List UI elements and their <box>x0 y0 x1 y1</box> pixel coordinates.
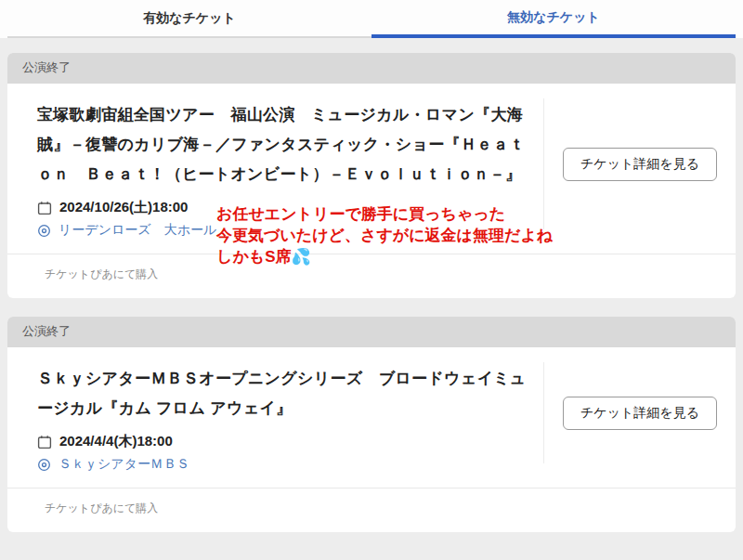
ticket-app: 有効なチケット 無効なチケット 公演終了 宝塚歌劇宙組全国ツアー 福山公演 ミュ… <box>0 0 743 560</box>
event-datetime: 2024/4/4(木)18:00 <box>59 433 173 450</box>
ticket-card: 公演終了 宝塚歌劇宙組全国ツアー 福山公演 ミュージカル・ロマン『大海賊』－復讐… <box>7 53 736 298</box>
ticket-card-body: ＳｋｙシアターＭＢＳオープニングシリーズ ブロードウェイミュージカル『カム フロ… <box>7 347 736 488</box>
status-badge: 公演終了 <box>7 317 736 347</box>
tab-valid-tickets-label: 有効なチケット <box>143 10 236 27</box>
ticket-action-column: チケット詳細を見る <box>543 98 736 229</box>
status-label: 公演終了 <box>22 60 71 74</box>
ticket-action-column: チケット詳細を見る <box>543 362 736 463</box>
ticket-detail-button[interactable]: チケット詳細を見る <box>563 397 717 430</box>
purchase-source: チケットぴあにて購入 <box>7 488 736 532</box>
status-label: 公演終了 <box>22 324 71 338</box>
event-venue-row[interactable]: リーデンローズ 大ホール <box>37 222 538 239</box>
ticket-card-body: 宝塚歌劇宙組全国ツアー 福山公演 ミュージカル・ロマン『大海賊』－復讐のカリブ海… <box>7 84 736 254</box>
event-datetime-row: 2024/4/4(木)18:00 <box>37 433 538 450</box>
ticket-info: ＳｋｙシアターＭＢＳオープニングシリーズ ブロードウェイミュージカル『カム フロ… <box>7 347 543 488</box>
calendar-icon <box>37 201 52 215</box>
ticket-tabs: 有効なチケット 無効なチケット <box>0 0 743 38</box>
calendar-icon <box>37 435 52 449</box>
ticket-card: 公演終了 ＳｋｙシアターＭＢＳオープニングシリーズ ブロードウェイミュージカル『… <box>7 317 736 532</box>
status-badge: 公演終了 <box>7 53 736 84</box>
event-venue: ＳｋｙシアターＭＢＳ <box>59 456 189 473</box>
event-title: ＳｋｙシアターＭＢＳオープニングシリーズ ブロードウェイミュージカル『カム フロ… <box>37 364 538 423</box>
tab-valid-tickets[interactable]: 有効なチケット <box>7 0 372 38</box>
ticket-info: 宝塚歌劇宙組全国ツアー 福山公演 ミュージカル・ロマン『大海賊』－復讐のカリブ海… <box>7 84 543 254</box>
location-pin-icon <box>37 224 51 238</box>
location-pin-icon <box>37 458 51 472</box>
event-datetime: 2024/10/26(土)18:00 <box>59 199 188 216</box>
purchase-source: チケットぴあにて購入 <box>7 254 736 298</box>
event-venue-row[interactable]: ＳｋｙシアターＭＢＳ <box>37 456 538 473</box>
tab-invalid-tickets[interactable]: 無効なチケット <box>372 0 736 38</box>
event-venue: リーデンローズ 大ホール <box>59 222 216 239</box>
ticket-detail-button[interactable]: チケット詳細を見る <box>563 148 717 181</box>
tab-invalid-tickets-label: 無効なチケット <box>507 9 600 26</box>
ticket-list: 公演終了 宝塚歌劇宙組全国ツアー 福山公演 ミュージカル・ロマン『大海賊』－復讐… <box>0 38 743 532</box>
event-datetime-row: 2024/10/26(土)18:00 <box>37 199 538 216</box>
event-title: 宝塚歌劇宙組全国ツアー 福山公演 ミュージカル・ロマン『大海賊』－復讐のカリブ海… <box>37 100 538 189</box>
